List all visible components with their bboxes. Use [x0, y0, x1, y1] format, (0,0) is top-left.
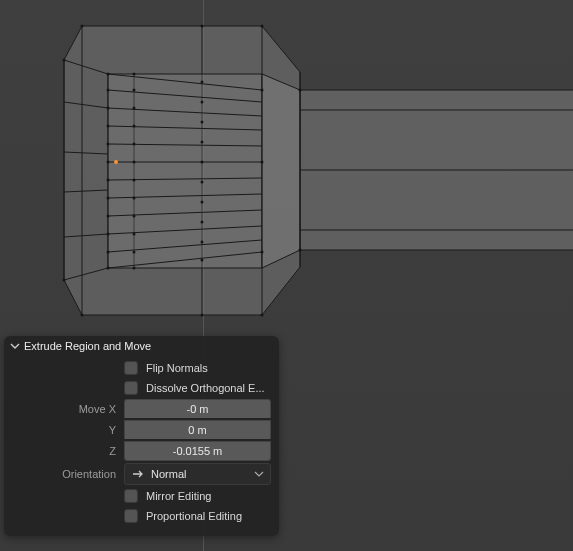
svg-point-42 [133, 73, 136, 76]
svg-point-34 [261, 25, 264, 28]
svg-point-73 [201, 259, 204, 262]
svg-point-36 [201, 314, 204, 317]
orientation-label: Orientation [4, 468, 120, 480]
svg-point-52 [107, 233, 110, 236]
svg-point-32 [81, 25, 84, 28]
svg-point-59 [133, 179, 136, 182]
svg-point-68 [201, 161, 204, 164]
svg-point-67 [201, 141, 204, 144]
orientation-dropdown[interactable]: Normal [124, 463, 271, 485]
svg-point-43 [133, 267, 136, 270]
svg-point-39 [63, 279, 66, 282]
orientation-icon [131, 467, 145, 481]
svg-point-58 [133, 161, 136, 164]
svg-point-49 [107, 179, 110, 182]
svg-point-77 [299, 89, 302, 92]
svg-point-78 [299, 249, 302, 252]
panel-header[interactable]: Extrude Region and Move [4, 336, 279, 358]
svg-point-63 [133, 251, 136, 254]
svg-rect-6 [108, 74, 262, 268]
svg-point-56 [133, 125, 136, 128]
move-x-field[interactable]: -0 m [124, 399, 271, 418]
chevron-down-icon [254, 469, 264, 479]
svg-point-50 [107, 197, 110, 200]
svg-point-62 [133, 233, 136, 236]
svg-point-44 [107, 89, 110, 92]
svg-point-48 [107, 161, 110, 164]
proportional-editing-checkbox[interactable] [124, 509, 138, 523]
move-z-label: Z [4, 445, 120, 457]
svg-point-35 [81, 314, 84, 317]
svg-point-40 [107, 73, 110, 76]
svg-point-54 [133, 89, 136, 92]
svg-point-79 [114, 160, 118, 164]
svg-point-55 [133, 107, 136, 110]
svg-point-38 [63, 59, 66, 62]
flip-normals-label: Flip Normals [142, 362, 208, 374]
move-z-field[interactable]: -0.0155 m [124, 441, 271, 461]
svg-point-76 [261, 251, 264, 254]
chevron-down-icon [10, 341, 20, 351]
mirror-editing-checkbox[interactable] [124, 489, 138, 503]
svg-point-75 [261, 161, 264, 164]
svg-point-69 [201, 181, 204, 184]
svg-point-41 [107, 267, 110, 270]
mesh-wireframe [52, 12, 573, 332]
flip-normals-checkbox[interactable] [124, 361, 138, 375]
move-y-field[interactable]: 0 m [124, 420, 271, 439]
move-y-label: Y [4, 424, 120, 436]
svg-point-71 [201, 221, 204, 224]
svg-point-47 [107, 143, 110, 146]
svg-point-70 [201, 201, 204, 204]
mirror-editing-label: Mirror Editing [142, 490, 211, 502]
svg-point-51 [107, 215, 110, 218]
svg-point-57 [133, 143, 136, 146]
svg-point-65 [201, 101, 204, 104]
svg-point-61 [133, 215, 136, 218]
move-x-label: Move X [4, 403, 120, 415]
svg-point-64 [201, 81, 204, 84]
svg-point-66 [201, 121, 204, 124]
dissolve-checkbox[interactable] [124, 381, 138, 395]
dissolve-label: Dissolve Orthogonal E... [142, 382, 265, 394]
svg-point-46 [107, 125, 110, 128]
panel-title: Extrude Region and Move [24, 340, 151, 352]
svg-point-33 [201, 25, 204, 28]
svg-point-53 [107, 251, 110, 254]
proportional-editing-label: Proportional Editing [142, 510, 242, 522]
svg-marker-30 [262, 74, 300, 268]
svg-point-60 [133, 197, 136, 200]
svg-point-72 [201, 241, 204, 244]
svg-point-37 [261, 314, 264, 317]
svg-point-45 [107, 107, 110, 110]
svg-point-74 [261, 89, 264, 92]
operator-panel: Extrude Region and Move Flip Normals Dis… [4, 336, 279, 536]
orientation-value: Normal [151, 468, 186, 480]
